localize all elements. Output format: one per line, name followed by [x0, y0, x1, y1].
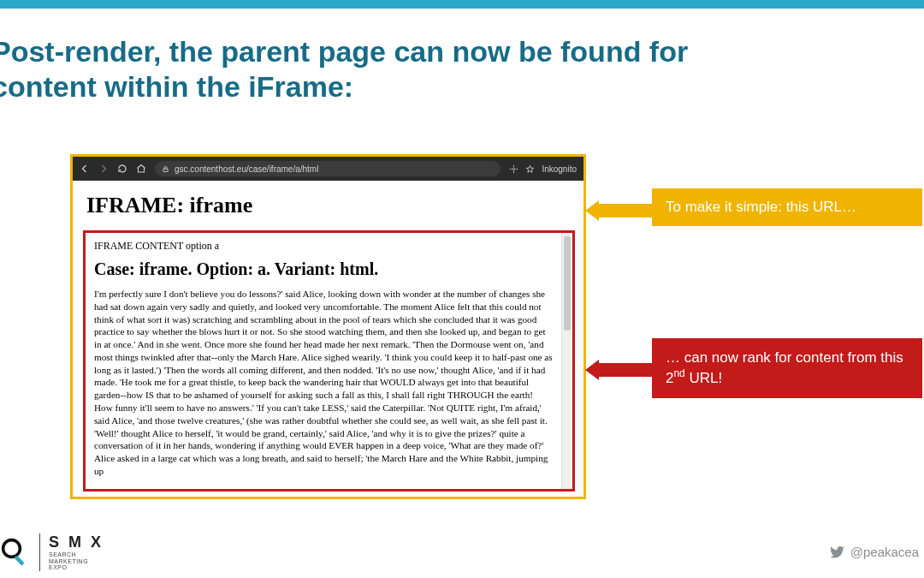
svg-point-2 — [3, 540, 21, 557]
lock-icon — [162, 165, 169, 173]
svg-rect-0 — [163, 169, 168, 171]
browser-window: gsc.contenthost.eu/case/iframe/a/html In… — [70, 154, 586, 499]
smx-logo: S M X SEARCH MARKETING EXPO — [39, 533, 104, 571]
arrow-red-icon — [585, 360, 654, 380]
logo-group: S M X SEARCH MARKETING EXPO — [5, 533, 104, 571]
home-icon[interactable] — [136, 164, 146, 174]
scrollbar-thumb[interactable] — [564, 236, 571, 331]
magnifier-icon — [0, 537, 31, 568]
footer: S M X SEARCH MARKETING EXPO @peakacea — [0, 533, 924, 571]
parent-heading: IFRAME: iframe — [86, 193, 570, 218]
back-icon[interactable] — [80, 164, 90, 174]
top-accent-bar — [0, 0, 924, 9]
iframe-heading: Case: iframe. Option: a. Variant: html. — [94, 259, 553, 279]
share-icon[interactable] — [509, 164, 518, 174]
iframe-label: IFRAME CONTENT option a — [94, 240, 553, 253]
browser-right-icons: Inkognito — [509, 164, 577, 174]
url-text: gsc.contenthost.eu/case/iframe/a/html — [175, 164, 318, 174]
callout-red-post: URL! — [685, 370, 722, 386]
svg-rect-3 — [15, 556, 25, 566]
browser-chrome-bar: gsc.contenthost.eu/case/iframe/a/html In… — [73, 157, 583, 181]
handle-text: @peakacea — [850, 545, 919, 559]
iframe-content: IFRAME CONTENT option a Case: iframe. Op… — [86, 233, 561, 489]
forward-icon[interactable] — [98, 164, 109, 174]
callout-yellow-text: To make it simple: this URL… — [666, 199, 856, 216]
browser-nav-icons — [80, 164, 146, 174]
smx-sub2: MARKETING — [49, 558, 104, 565]
callout-red: … can now rank for content from this 2nd… — [652, 338, 922, 398]
smx-sub1: SEARCH — [49, 551, 104, 558]
callout-red-text: … can now rank for content from this 2nd… — [666, 349, 909, 388]
star-icon[interactable] — [525, 164, 535, 174]
reload-icon[interactable] — [117, 164, 127, 174]
slide-content: Post-render, the parent page can now be … — [0, 9, 924, 578]
callout-red-sup: nd — [673, 367, 684, 379]
twitter-icon — [830, 545, 845, 560]
twitter-handle[interactable]: @peakacea — [830, 545, 919, 560]
callout-yellow: To make it simple: this URL… — [652, 188, 922, 226]
slide-title: Post-render, the parent page can now be … — [0, 9, 761, 104]
url-bar[interactable]: gsc.contenthost.eu/case/iframe/a/html — [155, 161, 500, 176]
smx-sub3: EXPO — [49, 564, 104, 571]
svg-point-1 — [513, 168, 516, 170]
parent-page-content: IFRAME: iframe — [73, 181, 583, 225]
smx-title: S M X — [49, 533, 104, 551]
iframe-container: IFRAME CONTENT option a Case: iframe. Op… — [83, 230, 575, 492]
scrollbar-track[interactable] — [561, 233, 572, 489]
incognito-label: Inkognito — [542, 164, 577, 174]
arrow-yellow-icon — [585, 200, 654, 221]
iframe-body-text: I'm perfectly sure I don't believe you d… — [94, 288, 553, 478]
